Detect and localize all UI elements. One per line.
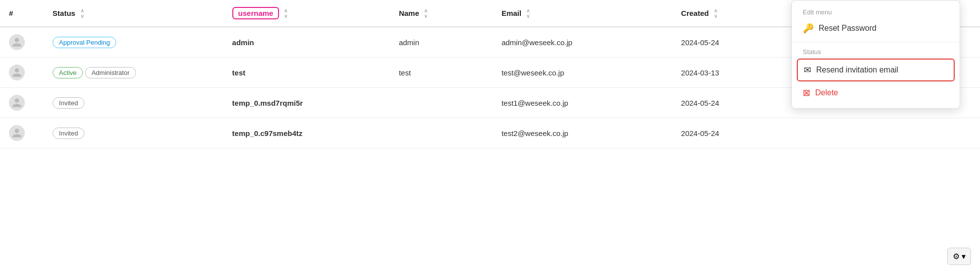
- user-management-table: # Status ∧ ∨ username: [0, 0, 980, 274]
- gear-icon: ⚙: [953, 252, 960, 261]
- username-cell: admin: [223, 27, 390, 58]
- reset-password-item[interactable]: 🔑 Reset Password: [792, 18, 960, 39]
- created-cell: 2024-05-24: [672, 27, 800, 58]
- name-sort[interactable]: ∧ ∨: [424, 8, 427, 19]
- col-header-name: Name ∧ ∨: [390, 0, 492, 27]
- avatar: [9, 125, 25, 141]
- status-sort-asc[interactable]: ∧: [80, 8, 84, 13]
- status-cell: Invited: [44, 118, 223, 148]
- username-sort-desc[interactable]: ∨: [284, 13, 287, 19]
- username-cell: temp_0.c97smeb4tz: [223, 118, 390, 148]
- status-cell: Approval Pending: [44, 27, 223, 58]
- resend-invitation-item[interactable]: ✉ Resend invitation email: [797, 59, 955, 81]
- avatar-cell: [0, 118, 44, 148]
- name-cell: admin: [390, 27, 492, 58]
- edit-section-label: Edit menu: [792, 5, 960, 18]
- name-label: Name: [399, 9, 419, 17]
- created-sort-desc[interactable]: ∨: [714, 13, 717, 19]
- name-cell: [390, 88, 492, 118]
- username-cell: test: [223, 58, 390, 88]
- status-cell: Invited: [44, 88, 223, 118]
- status-badge: Approval Pending: [53, 37, 117, 48]
- email-cell: test1@weseek.co.jp: [492, 88, 672, 118]
- avatar-cell: [0, 88, 44, 118]
- created-sort-asc[interactable]: ∧: [714, 8, 717, 13]
- status-badge: Active: [53, 67, 83, 78]
- delete-item[interactable]: ⊠ Delete: [792, 82, 960, 103]
- last-cell: [800, 118, 928, 148]
- status-label: Status: [53, 9, 75, 17]
- avatar: [9, 95, 25, 111]
- hash-label: #: [9, 9, 13, 17]
- status-badge: Invited: [53, 97, 84, 109]
- key-icon: 🔑: [803, 23, 814, 34]
- delete-icon: ⊠: [803, 87, 810, 98]
- menu-divider: [792, 42, 960, 42]
- email-label: Email: [501, 9, 521, 17]
- status-badge: Invited: [53, 128, 84, 139]
- username-highlighted-label: username: [232, 7, 280, 19]
- username-sort-asc[interactable]: ∧: [284, 8, 287, 13]
- gear-button[interactable]: ⚙ ▾: [947, 248, 971, 265]
- created-cell: 2024-05-24: [672, 118, 800, 148]
- name-sort-asc[interactable]: ∧: [424, 8, 427, 13]
- avatar-cell: [0, 27, 44, 58]
- status-badge: Administrator: [85, 67, 136, 78]
- col-header-status: Status ∧ ∨: [44, 0, 223, 27]
- created-label: Created: [681, 9, 709, 17]
- actions-cell: [929, 118, 980, 148]
- col-header-email: Email ∧ ∨: [492, 0, 672, 27]
- table-row: Invited temp_0.c97smeb4tztest2@weseek.co…: [0, 118, 980, 148]
- col-header-created: Created ∧ ∨: [672, 0, 800, 27]
- status-section-label: Status: [792, 45, 960, 58]
- avatar-cell: [0, 58, 44, 88]
- avatar: [9, 65, 25, 80]
- context-menu: Edit menu 🔑 Reset Password Status ✉ Rese…: [791, 0, 960, 109]
- gear-chevron: ▾: [962, 252, 966, 261]
- avatar: [9, 34, 25, 50]
- created-cell: 2024-03-13: [672, 58, 800, 88]
- created-sort[interactable]: ∧ ∨: [714, 8, 717, 19]
- status-sort[interactable]: ∧ ∨: [80, 8, 84, 19]
- created-cell: 2024-05-24: [672, 88, 800, 118]
- col-header-username: username ∧ ∨: [223, 0, 390, 27]
- email-sort-asc[interactable]: ∧: [526, 8, 530, 13]
- name-cell: [390, 118, 492, 148]
- status-sort-desc[interactable]: ∨: [80, 13, 84, 19]
- envelope-icon: ✉: [804, 65, 811, 75]
- email-sort-desc[interactable]: ∨: [526, 13, 530, 19]
- resend-invitation-label: Resend invitation email: [816, 66, 898, 74]
- username-sort[interactable]: ∧ ∨: [284, 8, 287, 19]
- delete-label: Delete: [815, 88, 838, 97]
- status-cell: Active Administrator: [44, 58, 223, 88]
- reset-password-label: Reset Password: [819, 24, 877, 33]
- email-cell: admin@weseek.co.jp: [492, 27, 672, 58]
- username-cell: temp_0.msd7rqmi5r: [223, 88, 390, 118]
- name-sort-desc[interactable]: ∨: [424, 13, 427, 19]
- name-cell: test: [390, 58, 492, 88]
- email-sort[interactable]: ∧ ∨: [526, 8, 530, 19]
- email-cell: test2@weseek.co.jp: [492, 118, 672, 148]
- col-header-hash: #: [0, 0, 44, 27]
- email-cell: test@weseek.co.jp: [492, 58, 672, 88]
